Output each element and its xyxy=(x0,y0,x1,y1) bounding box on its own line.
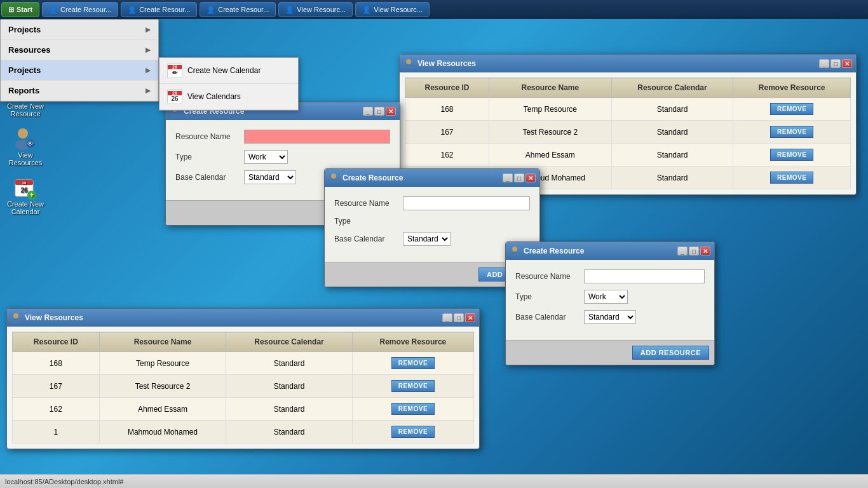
col-remove-resource-b: Remove Resource xyxy=(352,332,473,352)
submenu-item-view-calendars[interactable]: 26 26 View Calendars xyxy=(159,84,298,110)
minimize-button-1[interactable]: _ xyxy=(363,107,373,116)
resource-name-label: Resource Name xyxy=(175,132,239,141)
close-button-2[interactable]: ✕ xyxy=(526,173,536,182)
svg-text:+: + xyxy=(29,191,34,200)
base-calendar-label-1: Base Calendar xyxy=(175,173,239,182)
close-button-vr-top[interactable]: ✕ xyxy=(842,59,852,68)
titlebar-user-icon-2 xyxy=(329,173,339,183)
col-resource-calendar-b: Resource Calendar xyxy=(226,332,353,352)
calendar-icon: 26 ✏ xyxy=(167,63,182,78)
start-label: Start xyxy=(17,6,32,13)
user-icon: 👤 xyxy=(207,6,215,14)
maximize-button-vr-bottom[interactable]: □ xyxy=(454,313,464,322)
resource-name-input-2[interactable] xyxy=(403,196,530,210)
chevron-right-icon: ▶ xyxy=(146,67,151,74)
close-button-3[interactable]: ✕ xyxy=(700,247,710,255)
svg-text:👁: 👁 xyxy=(27,140,34,147)
maximize-button-vr-top[interactable]: □ xyxy=(831,59,841,68)
url-display: localhost:85/ADesktop/desktop.xhtml# xyxy=(5,478,124,485)
menu-item-resources[interactable]: Resources ▶ xyxy=(1,40,158,60)
minimize-button-2[interactable]: _ xyxy=(503,173,513,182)
type-select-3[interactable]: Work Material Cost xyxy=(584,290,628,304)
minimize-button-vr-bottom[interactable]: _ xyxy=(442,313,452,322)
remove-button-b4[interactable]: REMOVE xyxy=(391,426,435,438)
menu-item-projects2[interactable]: Projects ▶ xyxy=(1,60,158,81)
create-calendar-icon: 26 26 + xyxy=(13,175,38,200)
view-resources-icon: 👁 xyxy=(13,126,38,151)
chevron-right-icon: ▶ xyxy=(146,26,151,33)
resource-name-label-3: Resource Name xyxy=(515,272,579,281)
svg-point-24 xyxy=(405,65,412,69)
taskbar-btn-5[interactable]: 👤 View Resourc... xyxy=(355,2,430,17)
user-icon: 👤 xyxy=(49,6,58,14)
titlebar-user-icon-3 xyxy=(510,246,520,256)
svg-point-25 xyxy=(13,313,18,318)
maximize-button-1[interactable]: □ xyxy=(374,107,384,116)
taskbar-btn-1[interactable]: 👤 Create Resour... xyxy=(42,2,118,17)
taskbar-btn-4[interactable]: 👤 View Resourc... xyxy=(278,2,353,17)
user-icon: 👤 xyxy=(362,6,371,14)
base-calendar-select-2[interactable]: Standard xyxy=(403,232,451,246)
maximize-button-3[interactable]: □ xyxy=(689,247,699,255)
minimize-button-3[interactable]: _ xyxy=(677,247,688,255)
svg-point-22 xyxy=(511,252,519,256)
remove-button-2[interactable]: REMOVE xyxy=(770,126,813,138)
desktop: ≡ View Projects + Create New Resource xyxy=(0,19,868,488)
user-icon: 👤 xyxy=(128,6,137,14)
table-row: 162 Ahmed Essam Standard REMOVE xyxy=(405,144,851,166)
view-resources-titlebar-bottom: View Resources _ □ ✕ xyxy=(7,309,479,327)
create-resource-window-3: Create Resource _ □ ✕ Resource Name Type… xyxy=(505,241,715,365)
table-row: 168 Temp Resource Standard REMOVE xyxy=(13,352,474,375)
submenu: 26 ✏ Create New Calendar 26 26 View Cale… xyxy=(159,57,299,111)
table-row: 167 Test Resource 2 Standard REMOVE xyxy=(405,121,851,144)
col-resource-id: Resource ID xyxy=(405,78,489,98)
base-calendar-label-3: Base Calendar xyxy=(515,313,579,322)
sidebar-item-create-calendar[interactable]: 26 26 + Create New Calendar xyxy=(3,172,48,218)
table-row: 168 Temp Resource Standard REMOVE xyxy=(405,98,851,121)
taskbar-btn-3[interactable]: 👤 Create Resour... xyxy=(200,2,276,17)
close-button-vr-bottom[interactable]: ✕ xyxy=(465,313,475,322)
close-button-1[interactable]: ✕ xyxy=(386,107,396,116)
resource-name-input-3[interactable] xyxy=(584,269,705,283)
calendar-view-icon: 26 26 xyxy=(167,89,182,104)
remove-button-1[interactable]: REMOVE xyxy=(770,103,813,115)
add-button-3[interactable]: ADD RESOURCE xyxy=(632,346,709,360)
col-resource-id-b: Resource ID xyxy=(13,332,100,352)
chevron-right-icon: ▶ xyxy=(146,46,151,53)
resources-table-bottom: Resource ID Resource Name Resource Calen… xyxy=(12,332,474,444)
base-calendar-select-3[interactable]: Standard Night Shift 24 Hours xyxy=(584,310,636,324)
svg-point-26 xyxy=(12,319,20,323)
svg-point-19 xyxy=(331,173,336,179)
create-resource-titlebar-3: Create Resource _ □ ✕ xyxy=(506,242,714,260)
remove-button-b2[interactable]: REMOVE xyxy=(391,380,435,392)
remove-button-3[interactable]: REMOVE xyxy=(770,149,813,161)
table-row: 167 Test Resource 2 Standard REMOVE xyxy=(13,375,474,398)
resource-name-input-1[interactable] xyxy=(244,130,390,144)
menu-item-reports[interactable]: Reports ▶ xyxy=(1,81,158,101)
titlebar-user-icon-vr-b xyxy=(11,313,21,323)
sidebar-item-view-resources[interactable]: 👁 View Resources xyxy=(3,123,48,169)
start-button[interactable]: ⊞ Start xyxy=(1,2,39,17)
type-label-3: Type xyxy=(515,292,579,301)
col-resource-calendar: Resource Calendar xyxy=(611,78,733,98)
svg-point-23 xyxy=(406,59,411,64)
type-select-1[interactable]: Work Material Cost xyxy=(244,150,288,164)
taskbar-btn-2[interactable]: 👤 Create Resour... xyxy=(121,2,197,17)
remove-button-b3[interactable]: REMOVE xyxy=(391,403,435,415)
taskbar: ⊞ Start 👤 Create Resour... 👤 Create Reso… xyxy=(0,0,868,19)
base-calendar-select-1[interactable]: Standard Night Shift 24 Hours xyxy=(244,170,296,184)
minimize-button-vr-top[interactable]: _ xyxy=(819,59,829,68)
col-remove-resource: Remove Resource xyxy=(733,78,851,98)
menu-item-projects[interactable]: Projects ▶ xyxy=(1,20,158,40)
maximize-button-2[interactable]: □ xyxy=(514,173,524,182)
table-row: 162 Ahmed Essam Standard REMOVE xyxy=(13,398,474,421)
col-resource-name-b: Resource Name xyxy=(99,332,226,352)
col-resource-name: Resource Name xyxy=(489,78,611,98)
svg-text:26: 26 xyxy=(22,181,27,185)
resource-name-label-2: Resource Name xyxy=(334,199,398,208)
submenu-item-create-calendar[interactable]: 26 ✏ Create New Calendar xyxy=(159,58,298,84)
user-icon: 👤 xyxy=(285,6,294,14)
svg-point-7 xyxy=(18,128,28,139)
remove-button-b1[interactable]: REMOVE xyxy=(391,357,435,369)
remove-button-4[interactable]: REMOVE xyxy=(770,172,813,184)
